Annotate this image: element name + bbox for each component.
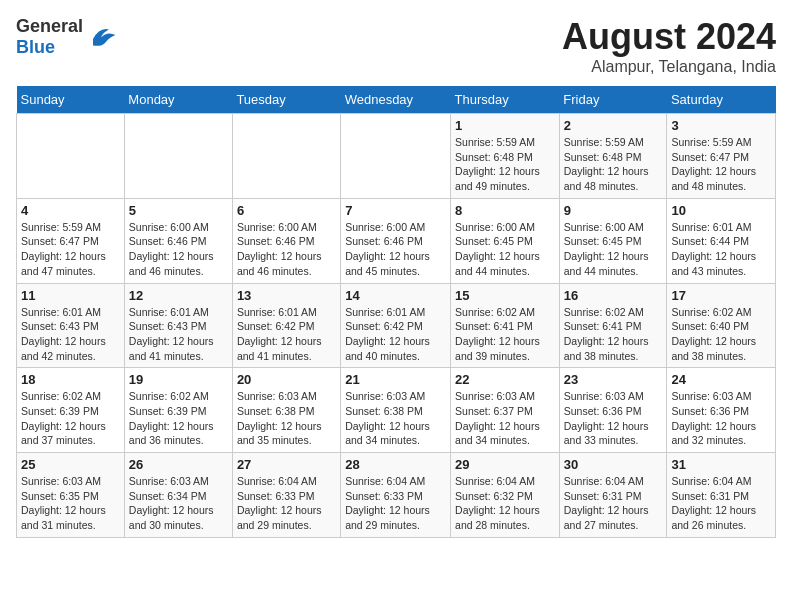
day-info: Sunrise: 6:01 AM Sunset: 6:42 PM Dayligh… [237, 305, 336, 364]
calendar-week-5: 25Sunrise: 6:03 AM Sunset: 6:35 PM Dayli… [17, 453, 776, 538]
day-number: 26 [129, 457, 228, 472]
day-number: 8 [455, 203, 555, 218]
calendar-cell: 7Sunrise: 6:00 AM Sunset: 6:46 PM Daylig… [341, 198, 451, 283]
day-number: 4 [21, 203, 120, 218]
calendar-cell: 18Sunrise: 6:02 AM Sunset: 6:39 PM Dayli… [17, 368, 125, 453]
logo-bird-icon [85, 23, 117, 51]
day-info: Sunrise: 6:02 AM Sunset: 6:39 PM Dayligh… [129, 389, 228, 448]
day-info: Sunrise: 6:01 AM Sunset: 6:44 PM Dayligh… [671, 220, 771, 279]
day-number: 20 [237, 372, 336, 387]
location: Alampur, Telangana, India [562, 58, 776, 76]
logo: General Blue [16, 16, 117, 58]
day-info: Sunrise: 6:00 AM Sunset: 6:46 PM Dayligh… [237, 220, 336, 279]
day-number: 31 [671, 457, 771, 472]
month-year: August 2024 [562, 16, 776, 58]
calendar-cell: 13Sunrise: 6:01 AM Sunset: 6:42 PM Dayli… [232, 283, 340, 368]
weekday-header-monday: Monday [124, 86, 232, 114]
weekday-header-wednesday: Wednesday [341, 86, 451, 114]
calendar-cell [124, 114, 232, 199]
calendar-cell: 27Sunrise: 6:04 AM Sunset: 6:33 PM Dayli… [232, 453, 340, 538]
calendar-cell: 3Sunrise: 5:59 AM Sunset: 6:47 PM Daylig… [667, 114, 776, 199]
day-info: Sunrise: 6:03 AM Sunset: 6:38 PM Dayligh… [237, 389, 336, 448]
calendar-cell: 20Sunrise: 6:03 AM Sunset: 6:38 PM Dayli… [232, 368, 340, 453]
calendar-cell: 21Sunrise: 6:03 AM Sunset: 6:38 PM Dayli… [341, 368, 451, 453]
weekday-row: SundayMondayTuesdayWednesdayThursdayFrid… [17, 86, 776, 114]
day-number: 27 [237, 457, 336, 472]
calendar-cell: 6Sunrise: 6:00 AM Sunset: 6:46 PM Daylig… [232, 198, 340, 283]
calendar-cell: 26Sunrise: 6:03 AM Sunset: 6:34 PM Dayli… [124, 453, 232, 538]
day-number: 3 [671, 118, 771, 133]
calendar-cell: 31Sunrise: 6:04 AM Sunset: 6:31 PM Dayli… [667, 453, 776, 538]
day-number: 18 [21, 372, 120, 387]
day-number: 22 [455, 372, 555, 387]
calendar-week-4: 18Sunrise: 6:02 AM Sunset: 6:39 PM Dayli… [17, 368, 776, 453]
calendar-cell: 11Sunrise: 6:01 AM Sunset: 6:43 PM Dayli… [17, 283, 125, 368]
day-info: Sunrise: 6:04 AM Sunset: 6:31 PM Dayligh… [671, 474, 771, 533]
calendar-cell: 28Sunrise: 6:04 AM Sunset: 6:33 PM Dayli… [341, 453, 451, 538]
day-info: Sunrise: 6:03 AM Sunset: 6:38 PM Dayligh… [345, 389, 446, 448]
calendar-body: 1Sunrise: 5:59 AM Sunset: 6:48 PM Daylig… [17, 114, 776, 538]
day-info: Sunrise: 6:00 AM Sunset: 6:45 PM Dayligh… [455, 220, 555, 279]
day-number: 28 [345, 457, 446, 472]
day-info: Sunrise: 5:59 AM Sunset: 6:47 PM Dayligh… [671, 135, 771, 194]
day-number: 16 [564, 288, 663, 303]
calendar-cell: 30Sunrise: 6:04 AM Sunset: 6:31 PM Dayli… [559, 453, 667, 538]
day-number: 25 [21, 457, 120, 472]
day-info: Sunrise: 6:03 AM Sunset: 6:36 PM Dayligh… [671, 389, 771, 448]
calendar-cell: 4Sunrise: 5:59 AM Sunset: 6:47 PM Daylig… [17, 198, 125, 283]
day-number: 6 [237, 203, 336, 218]
day-info: Sunrise: 6:02 AM Sunset: 6:41 PM Dayligh… [455, 305, 555, 364]
day-info: Sunrise: 6:04 AM Sunset: 6:33 PM Dayligh… [345, 474, 446, 533]
day-info: Sunrise: 6:01 AM Sunset: 6:42 PM Dayligh… [345, 305, 446, 364]
calendar-cell: 2Sunrise: 5:59 AM Sunset: 6:48 PM Daylig… [559, 114, 667, 199]
calendar-cell: 17Sunrise: 6:02 AM Sunset: 6:40 PM Dayli… [667, 283, 776, 368]
day-number: 19 [129, 372, 228, 387]
day-info: Sunrise: 6:03 AM Sunset: 6:34 PM Dayligh… [129, 474, 228, 533]
weekday-header-thursday: Thursday [451, 86, 560, 114]
day-info: Sunrise: 6:00 AM Sunset: 6:46 PM Dayligh… [345, 220, 446, 279]
calendar-cell: 1Sunrise: 5:59 AM Sunset: 6:48 PM Daylig… [451, 114, 560, 199]
day-info: Sunrise: 5:59 AM Sunset: 6:47 PM Dayligh… [21, 220, 120, 279]
calendar-cell: 15Sunrise: 6:02 AM Sunset: 6:41 PM Dayli… [451, 283, 560, 368]
day-number: 17 [671, 288, 771, 303]
day-number: 2 [564, 118, 663, 133]
calendar-cell: 29Sunrise: 6:04 AM Sunset: 6:32 PM Dayli… [451, 453, 560, 538]
title-area: August 2024 Alampur, Telangana, India [562, 16, 776, 76]
day-number: 14 [345, 288, 446, 303]
day-info: Sunrise: 5:59 AM Sunset: 6:48 PM Dayligh… [564, 135, 663, 194]
day-info: Sunrise: 6:02 AM Sunset: 6:41 PM Dayligh… [564, 305, 663, 364]
day-number: 23 [564, 372, 663, 387]
day-number: 10 [671, 203, 771, 218]
calendar-cell: 9Sunrise: 6:00 AM Sunset: 6:45 PM Daylig… [559, 198, 667, 283]
day-info: Sunrise: 6:02 AM Sunset: 6:40 PM Dayligh… [671, 305, 771, 364]
calendar-cell: 22Sunrise: 6:03 AM Sunset: 6:37 PM Dayli… [451, 368, 560, 453]
logo-general-text: General [16, 16, 83, 36]
calendar-cell: 8Sunrise: 6:00 AM Sunset: 6:45 PM Daylig… [451, 198, 560, 283]
day-info: Sunrise: 6:02 AM Sunset: 6:39 PM Dayligh… [21, 389, 120, 448]
calendar-week-3: 11Sunrise: 6:01 AM Sunset: 6:43 PM Dayli… [17, 283, 776, 368]
day-info: Sunrise: 5:59 AM Sunset: 6:48 PM Dayligh… [455, 135, 555, 194]
calendar-cell: 25Sunrise: 6:03 AM Sunset: 6:35 PM Dayli… [17, 453, 125, 538]
weekday-header-tuesday: Tuesday [232, 86, 340, 114]
calendar-cell [232, 114, 340, 199]
day-number: 13 [237, 288, 336, 303]
calendar-table: SundayMondayTuesdayWednesdayThursdayFrid… [16, 86, 776, 538]
calendar-cell: 14Sunrise: 6:01 AM Sunset: 6:42 PM Dayli… [341, 283, 451, 368]
page-header: General Blue August 2024 Alampur, Telang… [16, 16, 776, 76]
day-number: 30 [564, 457, 663, 472]
calendar-cell: 23Sunrise: 6:03 AM Sunset: 6:36 PM Dayli… [559, 368, 667, 453]
day-info: Sunrise: 6:04 AM Sunset: 6:33 PM Dayligh… [237, 474, 336, 533]
weekday-header-friday: Friday [559, 86, 667, 114]
day-info: Sunrise: 6:03 AM Sunset: 6:37 PM Dayligh… [455, 389, 555, 448]
weekday-header-saturday: Saturday [667, 86, 776, 114]
calendar-cell: 24Sunrise: 6:03 AM Sunset: 6:36 PM Dayli… [667, 368, 776, 453]
day-number: 21 [345, 372, 446, 387]
calendar-cell: 12Sunrise: 6:01 AM Sunset: 6:43 PM Dayli… [124, 283, 232, 368]
calendar-week-1: 1Sunrise: 5:59 AM Sunset: 6:48 PM Daylig… [17, 114, 776, 199]
day-number: 1 [455, 118, 555, 133]
day-info: Sunrise: 6:04 AM Sunset: 6:32 PM Dayligh… [455, 474, 555, 533]
calendar-week-2: 4Sunrise: 5:59 AM Sunset: 6:47 PM Daylig… [17, 198, 776, 283]
day-info: Sunrise: 6:01 AM Sunset: 6:43 PM Dayligh… [129, 305, 228, 364]
calendar-cell: 19Sunrise: 6:02 AM Sunset: 6:39 PM Dayli… [124, 368, 232, 453]
logo-blue-text: Blue [16, 37, 55, 57]
